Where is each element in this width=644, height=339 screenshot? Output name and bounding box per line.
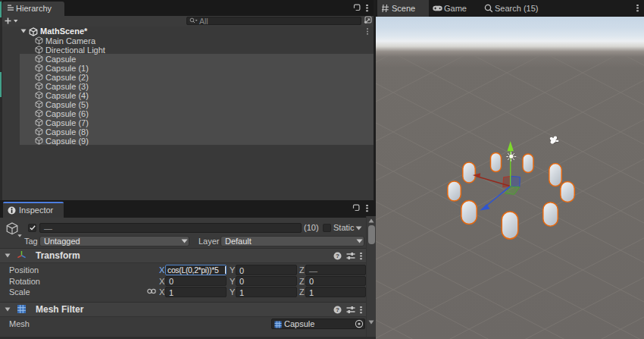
svg-text:?: ? bbox=[336, 253, 339, 259]
svg-text:?: ? bbox=[336, 306, 339, 313]
